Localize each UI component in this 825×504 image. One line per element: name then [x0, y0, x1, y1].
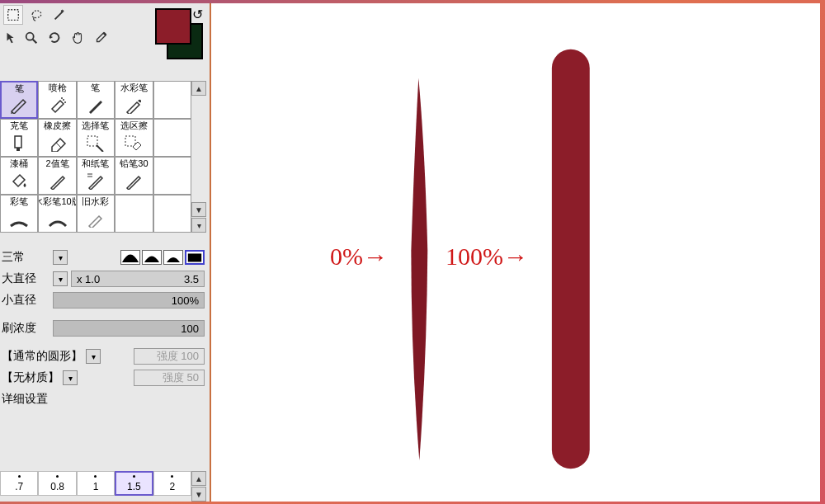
min-size-label: 小直径	[2, 293, 50, 308]
svg-point-1	[26, 33, 34, 40]
brush-airbrush[interactable]: 喷枪	[38, 81, 76, 119]
svg-rect-5	[15, 136, 21, 148]
brush-pencil30[interactable]: 铅笔30	[115, 157, 153, 195]
brush-blank	[153, 119, 191, 157]
brush-paperpen[interactable]: 和纸笔	[77, 157, 115, 195]
min-size-slider[interactable]: 100%	[53, 292, 205, 309]
texture-intensity-slider: 强度 50	[134, 370, 205, 386]
texture-label: 【无材质】	[2, 370, 59, 385]
label-100pct: 100%→	[446, 243, 528, 271]
scroll-menu-button[interactable]: ▾	[191, 218, 206, 233]
spacing-cell[interactable]: 2	[153, 471, 191, 496]
rect-select-icon[interactable]	[3, 5, 23, 25]
brush-blank	[153, 81, 191, 119]
shape-label: 【通常的圆形】	[2, 349, 82, 364]
arrow-icon[interactable]	[3, 28, 18, 48]
rotate-icon[interactable]	[45, 28, 64, 48]
spacing-scroll-down[interactable]: ▼	[191, 487, 206, 502]
svg-rect-7	[125, 136, 135, 146]
bucket-icon	[8, 168, 30, 193]
density-label: 刷浓度	[2, 321, 50, 336]
fg-color-swatch[interactable]	[155, 8, 191, 45]
texture-dropdown[interactable]: ▾	[63, 370, 78, 385]
brush-pencil[interactable]: 笔	[0, 81, 38, 119]
detail-section-title: 详细设置	[0, 389, 206, 410]
tool-sidebar: ↺ 笔喷枪笔水彩笔克笔橡皮擦选择笔选区擦漆桶2值笔和纸笔铅笔30彩笔水彩笔10版…	[0, 3, 211, 502]
curve-flat-icon[interactable]	[185, 250, 205, 265]
paperpen-icon	[85, 168, 106, 193]
spacing-cell[interactable]: 1	[77, 471, 115, 496]
brush-seleraser[interactable]: 选区擦	[115, 119, 153, 157]
brush-oldwater[interactable]: 旧水彩	[77, 195, 115, 233]
spacing-cell[interactable]: .7	[0, 471, 38, 496]
curve-hard-icon[interactable]	[163, 250, 183, 265]
zoom-icon[interactable]	[21, 28, 41, 48]
brush-waterbrush[interactable]: 水彩笔	[115, 81, 153, 119]
edge-curve-picker[interactable]	[120, 250, 205, 265]
spacing-scroll-up[interactable]: ▲	[191, 471, 206, 486]
brush-blank	[115, 195, 153, 233]
brush-bucket[interactable]: 漆桶	[0, 157, 38, 195]
scroll-down-button[interactable]: ▼	[191, 202, 206, 217]
magic-wand-icon[interactable]	[50, 5, 69, 25]
eraser-icon	[47, 130, 68, 155]
brush-blank	[153, 195, 191, 233]
airbrush-icon	[47, 92, 68, 117]
spacing-grid: .70.811.52	[0, 471, 191, 502]
brush-water10[interactable]: 水彩笔10版	[38, 195, 76, 233]
brush-eraser[interactable]: 橡皮擦	[38, 119, 76, 157]
scroll-up-button[interactable]: ▲	[191, 81, 206, 96]
curve-mid-icon[interactable]	[142, 250, 162, 265]
water10-icon	[47, 206, 68, 231]
label-0pct: 0%→	[330, 243, 388, 271]
pencil-icon	[8, 93, 30, 116]
svg-rect-6	[87, 136, 97, 146]
selpen-icon	[85, 130, 106, 155]
lasso-icon[interactable]	[26, 5, 46, 25]
brush-blank	[153, 157, 191, 195]
waterbrush-icon	[123, 92, 144, 117]
svg-point-3	[64, 101, 66, 103]
max-size-slider[interactable]: x 1.0 3.5	[71, 271, 205, 287]
svg-point-4	[61, 97, 63, 99]
pen-icon	[85, 92, 106, 117]
spacing-cell[interactable]: 0.8	[38, 471, 76, 496]
svg-rect-9	[552, 49, 590, 469]
mode-label: 三常	[2, 250, 50, 265]
brush-selpen[interactable]: 选择笔	[77, 119, 115, 157]
brush-marker[interactable]: 克笔	[0, 119, 38, 157]
colorpen-icon	[8, 206, 30, 231]
svg-point-2	[63, 99, 64, 101]
seleraser-icon	[123, 130, 144, 155]
brush-colorpen[interactable]: 彩笔	[0, 195, 38, 233]
canvas-area[interactable]: 0%→ 100%→	[211, 3, 820, 502]
max-size-label: 大直径	[2, 271, 50, 286]
color-swatches[interactable]: ↺	[155, 8, 200, 59]
shape-dropdown[interactable]: ▾	[86, 349, 101, 364]
max-size-menu[interactable]: ▾	[53, 271, 68, 286]
eyedropper-icon[interactable]	[91, 28, 111, 48]
binary-icon	[47, 168, 68, 193]
marker-icon	[8, 130, 30, 155]
brush-binary[interactable]: 2值笔	[38, 157, 76, 195]
brush-params: 三常 ▾ 大直径 ▾ x 1.0 3.5 小直径	[0, 247, 206, 410]
oldwater-icon	[85, 206, 106, 231]
mode-dropdown[interactable]: ▾	[53, 250, 68, 265]
svg-rect-0	[8, 10, 19, 21]
spacing-cell[interactable]: 1.5	[115, 471, 153, 496]
curve-soft-icon[interactable]	[120, 250, 140, 265]
pencil30-icon	[123, 168, 144, 193]
brush-pen[interactable]: 笔	[77, 81, 115, 119]
brush-palette: 笔喷枪笔水彩笔克笔橡皮擦选择笔选区擦漆桶2值笔和纸笔铅笔30彩笔水彩笔10版旧水…	[0, 81, 191, 233]
shape-intensity-slider: 强度 100	[134, 348, 205, 365]
density-slider[interactable]: 100	[53, 320, 205, 337]
swap-colors-icon[interactable]: ↺	[192, 7, 203, 22]
hand-icon[interactable]	[68, 28, 87, 48]
svg-rect-8	[188, 253, 201, 261]
